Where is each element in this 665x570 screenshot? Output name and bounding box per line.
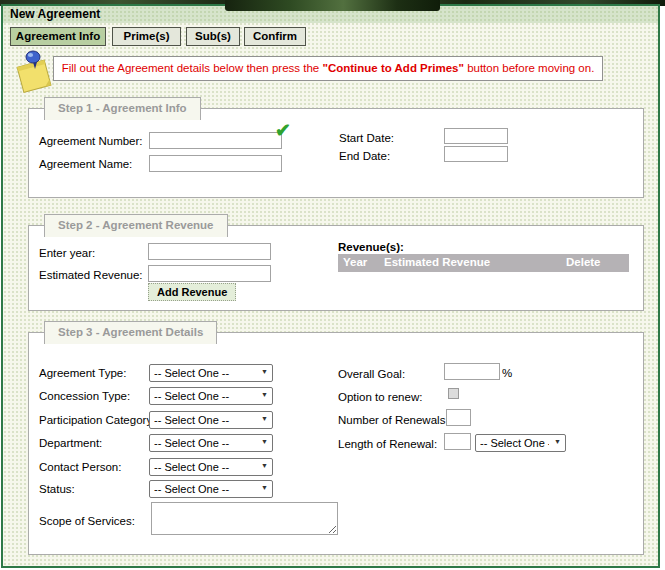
green-checkmark-icon: ✔ xyxy=(275,121,291,140)
percent-suffix: % xyxy=(502,366,512,380)
estimated-revenue-label: Estimated Revenue: xyxy=(39,268,143,282)
estimated-revenue-input[interactable] xyxy=(148,265,271,282)
overall-goal-label: Overall Goal: xyxy=(338,367,405,381)
revenue-table-header: Year Estimated Revenue Delete xyxy=(338,254,629,272)
contact-person-label: Contact Person: xyxy=(39,460,121,474)
step1-legend: Step 1 - Agreement Info xyxy=(44,97,201,120)
agreement-number-input[interactable] xyxy=(149,132,282,149)
instruction-banner: Fill out the Agreement details below the… xyxy=(53,56,603,81)
tab-subs[interactable]: Sub(s) xyxy=(186,27,240,46)
revenue-table-header-delete: Delete xyxy=(566,256,601,268)
enter-year-input[interactable] xyxy=(148,243,271,260)
end-date-input[interactable] xyxy=(444,146,508,162)
length-of-renewal-label: Length of Renewal: xyxy=(338,437,437,451)
overall-goal-input[interactable] xyxy=(444,363,500,380)
length-of-renewal-unit-select[interactable]: -- Select One -- xyxy=(475,434,566,452)
revenue-table-header-estimated-revenue: Estimated Revenue xyxy=(384,256,490,268)
sticky-note-pin-icon xyxy=(12,46,58,96)
status-select[interactable]: -- Select One -- xyxy=(149,480,273,498)
instruction-text: button before moving on. xyxy=(464,62,594,74)
concession-type-label: Concession Type: xyxy=(39,389,130,403)
tab-agreement-info[interactable]: Agreement Info xyxy=(10,27,106,46)
step3-legend: Step 3 - Agreement Details xyxy=(44,321,217,344)
revenues-label: Revenue(s): xyxy=(338,240,404,254)
revenue-table-header-year: Year xyxy=(343,256,367,268)
agreement-name-input[interactable] xyxy=(149,155,282,172)
page-background-photo-strip xyxy=(225,0,440,11)
enter-year-label: Enter year: xyxy=(39,246,95,260)
step1-agreement-info-box: Step 1 - Agreement Info Agreement Number… xyxy=(28,108,644,198)
step3-agreement-details-box: Step 3 - Agreement Details Agreement Typ… xyxy=(28,332,644,555)
start-date-label: Start Date: xyxy=(339,131,394,145)
instruction-text: Fill out the Agreement details below the… xyxy=(62,62,323,74)
participation-category-select[interactable]: -- Select One -- xyxy=(149,411,273,429)
agreement-type-select[interactable]: -- Select One -- xyxy=(149,364,273,382)
end-date-label: End Date: xyxy=(339,149,390,163)
agreement-type-label: Agreement Type: xyxy=(39,366,126,380)
option-to-renew-label: Option to renew: xyxy=(338,390,422,404)
number-of-renewals-input[interactable] xyxy=(446,409,471,426)
department-label: Department: xyxy=(39,436,102,450)
status-label: Status: xyxy=(39,482,75,496)
step2-agreement-revenue-box: Step 2 - Agreement Revenue Enter year: E… xyxy=(28,225,644,311)
department-select[interactable]: -- Select One -- xyxy=(149,434,273,452)
contact-person-select[interactable]: -- Select One -- xyxy=(149,458,273,476)
add-revenue-button[interactable]: Add Revenue xyxy=(148,283,236,301)
participation-category-label: Participation Category: xyxy=(39,413,155,427)
concession-type-select[interactable]: -- Select One -- xyxy=(149,387,273,405)
new-agreement-window: New Agreement Agreement Info Prime(s) Su… xyxy=(1,4,660,568)
agreement-number-label: Agreement Number: xyxy=(39,134,143,148)
tab-confirm[interactable]: Confirm xyxy=(244,27,306,46)
scope-of-services-textarea[interactable] xyxy=(151,502,338,535)
length-of-renewal-input[interactable] xyxy=(444,433,471,450)
number-of-renewals-label: Number of Renewals: xyxy=(338,413,449,427)
scope-of-services-label: Scope of Services: xyxy=(39,514,135,528)
step2-legend: Step 2 - Agreement Revenue xyxy=(44,214,228,237)
tab-primes[interactable]: Prime(s) xyxy=(112,27,181,46)
option-to-renew-checkbox[interactable] xyxy=(448,388,459,399)
agreement-name-label: Agreement Name: xyxy=(39,157,132,171)
instruction-emphasis: "Continue to Add Primes" xyxy=(322,62,463,74)
start-date-input[interactable] xyxy=(444,128,508,144)
